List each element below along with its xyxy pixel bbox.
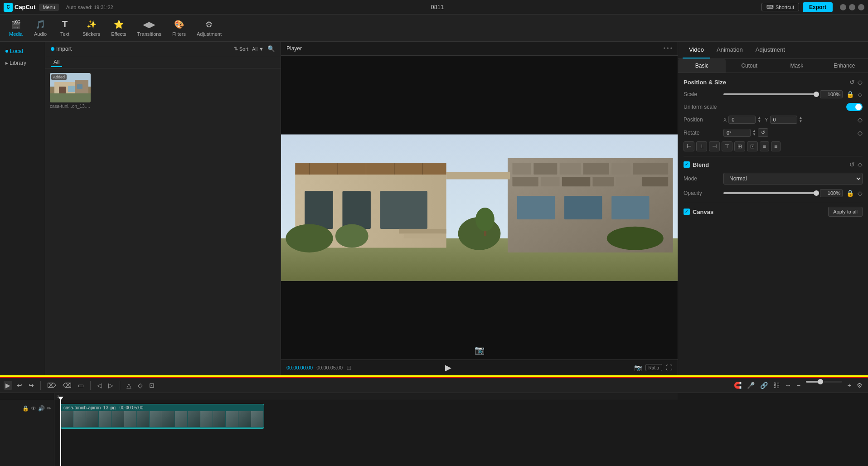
scale-diamond-icon[interactable]: ◇: [858, 91, 863, 98]
tab-animation[interactable]: Animation: [710, 42, 749, 58]
svg-rect-14: [295, 163, 446, 175]
rotate-diamond-icon[interactable]: ◇: [858, 129, 863, 136]
x-down[interactable]: ▼: [757, 120, 761, 123]
tab-adjustment[interactable]: Adjustment: [749, 42, 791, 58]
opacity-value[interactable]: [820, 189, 843, 197]
track-eye-button[interactable]: 👁: [31, 405, 36, 412]
export-button[interactable]: Export: [803, 2, 833, 12]
delete-button[interactable]: ▭: [76, 381, 86, 390]
more-blend-button[interactable]: ◇: [858, 161, 863, 168]
select-tool-button[interactable]: ▶: [4, 381, 12, 390]
position-size-title: Position & Size: [684, 79, 726, 86]
rotate-extra-btn[interactable]: ↺: [758, 128, 768, 137]
ratio-button[interactable]: Ratio: [645, 364, 662, 371]
canvas-checkbox[interactable]: ✓: [684, 209, 690, 215]
rotate-input-group: ▲ ▼ ↺: [723, 128, 768, 137]
reset-position-button[interactable]: ↺: [849, 78, 855, 86]
rotate-down[interactable]: ▼: [752, 133, 756, 136]
reset-blend-button[interactable]: ↺: [849, 161, 855, 168]
toolbar-filters[interactable]: 🎨 Filters: [168, 17, 190, 39]
next-frame-button[interactable]: ▷: [107, 381, 115, 390]
media-item[interactable]: Added casa-tuni...on_13.jpg: [50, 73, 91, 109]
minimize-button[interactable]: [840, 4, 846, 10]
position-x-input[interactable]: [728, 116, 756, 124]
timeline-settings-button[interactable]: ⚙: [855, 381, 864, 390]
align-more1[interactable]: ≡: [760, 141, 769, 151]
shortcut-button[interactable]: ⌨ Shortcut: [761, 3, 799, 11]
speed-button[interactable]: ◇: [136, 381, 145, 390]
zoom-out-button[interactable]: −: [795, 381, 802, 390]
close-button[interactable]: [858, 4, 864, 10]
align-center-h[interactable]: ⊞: [734, 141, 745, 151]
toolbar-text[interactable]: T Text: [53, 16, 76, 39]
left-panel-local[interactable]: Local: [0, 45, 45, 57]
toolbar-transitions[interactable]: ◀▶ Transitions: [133, 17, 166, 39]
left-panel-library[interactable]: ▸ Library: [0, 57, 45, 69]
tab-video[interactable]: Video: [683, 42, 710, 58]
blend-checkbox[interactable]: ✓: [684, 161, 690, 168]
track-audio-button[interactable]: 🔊: [38, 405, 45, 412]
track-pencil-button[interactable]: ✏: [47, 405, 51, 412]
chain-button[interactable]: ↔: [783, 381, 793, 390]
split-button[interactable]: ⌦: [45, 381, 58, 390]
subtab-enhance[interactable]: Enhance: [820, 59, 868, 73]
clip-header: casa-tunich-apiron_13.jpg 00:00:05:00: [61, 404, 264, 411]
audio-detach-button[interactable]: △: [125, 381, 133, 390]
redo-button[interactable]: ↪: [27, 381, 36, 390]
prev-frame-button[interactable]: ◁: [95, 381, 104, 390]
fullscreen-button[interactable]: ⛶: [666, 364, 672, 371]
scale-value[interactable]: [820, 90, 843, 98]
toolbar-media[interactable]: 🎬 Media: [5, 17, 27, 39]
align-bottom[interactable]: ⊡: [747, 141, 758, 151]
more-position-button[interactable]: ◇: [858, 78, 863, 86]
blend-mode-select[interactable]: Normal Multiply Screen Overlay: [723, 173, 863, 184]
track-lock-button[interactable]: 🔒: [22, 405, 29, 412]
tab-all[interactable]: All: [51, 58, 62, 67]
mic-button[interactable]: 🎤: [745, 381, 756, 390]
subtab-cutout[interactable]: Cutout: [726, 59, 773, 73]
position-diamond-icon[interactable]: ◇: [858, 116, 863, 123]
opacity-lock-icon[interactable]: 🔒: [846, 189, 854, 197]
subtab-mask[interactable]: Mask: [773, 59, 821, 73]
playhead[interactable]: [60, 400, 61, 466]
split2-button[interactable]: ⌫: [61, 381, 73, 390]
zoom-in-button[interactable]: +: [846, 381, 853, 390]
player-menu-icon[interactable]: • • •: [664, 45, 672, 52]
rotate-input[interactable]: [723, 129, 751, 137]
align-right[interactable]: ⊣: [709, 141, 720, 151]
link2-button[interactable]: ⛓: [771, 381, 781, 390]
play-button[interactable]: ▶: [445, 363, 451, 373]
timeline-clip[interactable]: casa-tunich-apiron_13.jpg 00:00:05:00: [60, 404, 264, 429]
apply-to-all-button[interactable]: Apply to all: [828, 207, 863, 217]
zoom-slider[interactable]: [806, 381, 842, 383]
position-y-input[interactable]: [770, 116, 797, 124]
maximize-button[interactable]: [849, 4, 855, 10]
toolbar-stickers[interactable]: ✨ Stickers: [78, 17, 105, 39]
align-left[interactable]: ⊢: [684, 141, 694, 151]
opacity-diamond-icon[interactable]: ◇: [858, 189, 863, 197]
toolbar-adjustment[interactable]: ⚙ Adjustment: [192, 17, 226, 39]
scale-slider[interactable]: [723, 93, 816, 95]
align-top[interactable]: ⊤: [722, 141, 732, 151]
toolbar-effects[interactable]: ⭐ Effects: [107, 17, 131, 39]
screenshot-button[interactable]: 📷: [634, 364, 642, 371]
opacity-slider[interactable]: [723, 192, 816, 194]
align-center-v[interactable]: ⊥: [696, 141, 707, 151]
y-down[interactable]: ▼: [799, 120, 803, 123]
search-button[interactable]: 🔍: [267, 45, 275, 52]
crop-button[interactable]: ⊡: [147, 381, 156, 390]
uniform-scale-toggle[interactable]: [846, 103, 863, 111]
all-filter-button[interactable]: All ▼: [252, 46, 264, 52]
import-button[interactable]: Import: [51, 46, 72, 52]
undo-button[interactable]: ↩: [15, 381, 24, 390]
position-y-group: Y ▲ ▼: [765, 116, 802, 124]
menu-button[interactable]: Menu: [39, 4, 59, 11]
align-more2[interactable]: ≡: [771, 141, 781, 151]
scale-lock-icon[interactable]: 🔒: [846, 91, 854, 98]
toolbar-audio[interactable]: 🎵 Audio: [29, 17, 52, 39]
subtab-basic[interactable]: Basic: [678, 59, 726, 73]
clip-frame: [99, 411, 112, 427]
link-button[interactable]: 🔗: [758, 381, 770, 390]
sort-button[interactable]: ⇅ Sort: [234, 46, 248, 52]
magnet-button[interactable]: 🧲: [732, 381, 743, 390]
